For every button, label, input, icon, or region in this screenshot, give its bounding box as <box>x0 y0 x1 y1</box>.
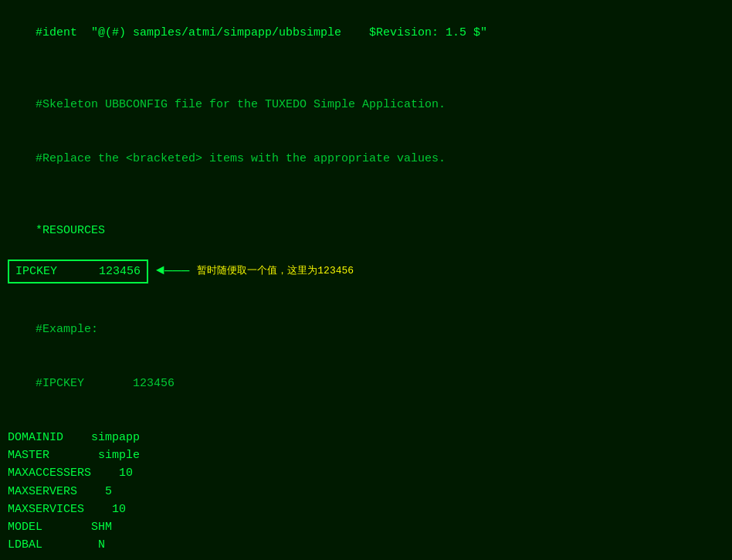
comment-line1: #Skeleton UBBCONFIG file for the TUXEDO … <box>8 78 724 132</box>
master-line: MASTER simple <box>8 446 724 464</box>
ipckey-label: IPCKEY <box>15 265 57 278</box>
ipckey-value: 123456 <box>99 265 141 278</box>
terminal-window: #ident "@(#) samples/atmi/simpapp/ubbsim… <box>8 6 724 560</box>
ldbal-line: LDBAL N <box>8 536 724 554</box>
example-label: #Example: <box>8 303 724 357</box>
ipckey-annotation: 暂时随便取一个值，这里为123456 <box>197 263 354 279</box>
maxservers-line: MAXSERVERS 5 <box>8 483 724 501</box>
maxservices-line: MAXSERVICES 10 <box>8 501 724 518</box>
ident-line: #ident "@(#) samples/atmi/simpapp/ubbsim… <box>8 6 724 60</box>
left-arrow-symbol: ◄——— <box>156 260 189 282</box>
ipckey-arrow: ◄——— <box>156 260 189 282</box>
model-line: MODEL SHM <box>8 518 724 536</box>
maxaccessers-line: MAXACCESSERS 10 <box>8 464 724 482</box>
domainid-line: DOMAINID simpapp <box>8 429 724 446</box>
ipckey-box: IPCKEY 123456 <box>8 260 148 283</box>
resources-section-label: *RESOURCES <box>8 204 724 258</box>
comment-line2: #Replace the <bracketed> items with the … <box>8 132 724 186</box>
ipckey-row: IPCKEY 123456 ◄——— 暂时随便取一个值，这里为123456 <box>8 258 724 285</box>
example-ipckey: #IPCKEY 123456 <box>8 357 724 411</box>
